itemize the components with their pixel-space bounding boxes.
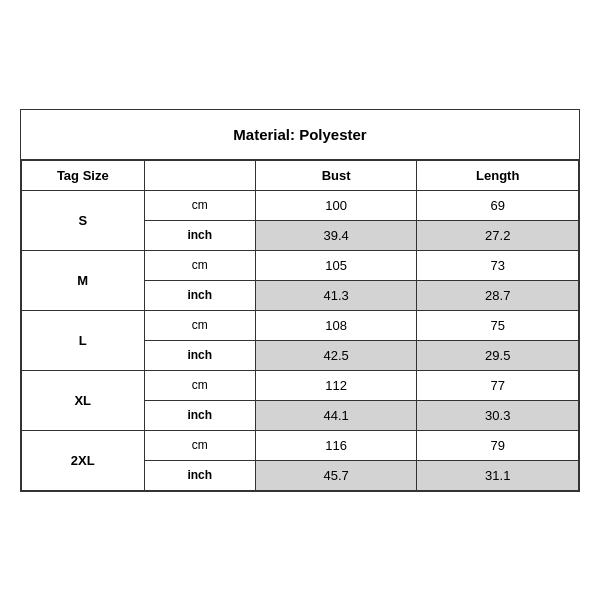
table-body: Scm10069inch39.427.2Mcm10573inch41.328.7… <box>22 190 579 490</box>
table-row: Lcm10875 <box>22 310 579 340</box>
length-inch: 27.2 <box>417 220 579 250</box>
title-text: Material: Polyester <box>233 126 366 143</box>
unit-cm: cm <box>144 190 255 220</box>
unit-cm: cm <box>144 250 255 280</box>
unit-inch: inch <box>144 280 255 310</box>
unit-inch: inch <box>144 460 255 490</box>
header-tag-size: Tag Size <box>22 160 145 190</box>
unit-cm: cm <box>144 310 255 340</box>
unit-inch: inch <box>144 340 255 370</box>
header-length: Length <box>417 160 579 190</box>
length-inch: 29.5 <box>417 340 579 370</box>
tag-size-cell: XL <box>22 370 145 430</box>
bust-inch: 45.7 <box>255 460 417 490</box>
tag-size-cell: M <box>22 250 145 310</box>
table-row: 2XLcm11679 <box>22 430 579 460</box>
unit-inch: inch <box>144 220 255 250</box>
size-chart: Material: Polyester Tag Size Bust Length… <box>20 109 580 492</box>
header-unit <box>144 160 255 190</box>
length-inch: 31.1 <box>417 460 579 490</box>
length-cm: 77 <box>417 370 579 400</box>
bust-cm: 112 <box>255 370 417 400</box>
chart-title: Material: Polyester <box>21 110 579 160</box>
unit-cm: cm <box>144 430 255 460</box>
bust-inch: 41.3 <box>255 280 417 310</box>
table-header-row: Tag Size Bust Length <box>22 160 579 190</box>
length-cm: 75 <box>417 310 579 340</box>
unit-cm: cm <box>144 370 255 400</box>
table-row: Mcm10573 <box>22 250 579 280</box>
bust-inch: 44.1 <box>255 400 417 430</box>
length-cm: 79 <box>417 430 579 460</box>
unit-inch: inch <box>144 400 255 430</box>
bust-cm: 100 <box>255 190 417 220</box>
bust-inch: 42.5 <box>255 340 417 370</box>
length-cm: 73 <box>417 250 579 280</box>
table-row: XLcm11277 <box>22 370 579 400</box>
length-cm: 69 <box>417 190 579 220</box>
bust-cm: 116 <box>255 430 417 460</box>
bust-cm: 105 <box>255 250 417 280</box>
tag-size-cell: S <box>22 190 145 250</box>
header-bust: Bust <box>255 160 417 190</box>
length-inch: 28.7 <box>417 280 579 310</box>
tag-size-cell: L <box>22 310 145 370</box>
table-row: Scm10069 <box>22 190 579 220</box>
bust-inch: 39.4 <box>255 220 417 250</box>
size-table: Tag Size Bust Length Scm10069inch39.427.… <box>21 160 579 491</box>
bust-cm: 108 <box>255 310 417 340</box>
length-inch: 30.3 <box>417 400 579 430</box>
tag-size-cell: 2XL <box>22 430 145 490</box>
